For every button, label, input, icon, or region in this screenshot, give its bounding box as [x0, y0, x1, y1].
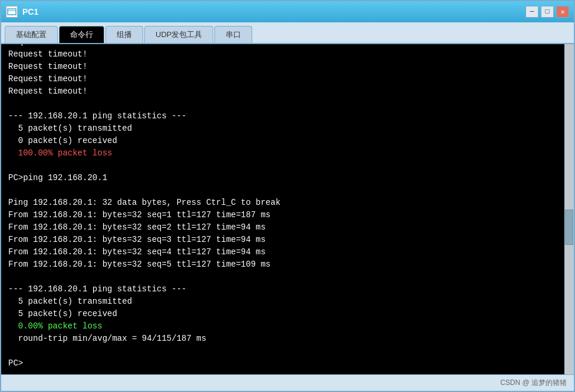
terminal-line: 5 packet(s) transmitted [8, 295, 557, 308]
terminal-line: 0.00% packet loss [8, 320, 557, 333]
scrollbar-thumb[interactable] [565, 210, 573, 245]
maximize-button[interactable]: □ [541, 6, 554, 18]
terminal-line: 5 packet(s) transmitted [8, 122, 557, 135]
terminal-line: 5 packet(s) received [8, 308, 557, 320]
tab-bar: 基础配置 命令行 组播 UDP发包工具 串口 [1, 22, 574, 44]
terminal-line: PC>ping 192.168.20.1 [8, 172, 557, 184]
bottom-bar: CSDN @ 追梦的猪猪 [1, 374, 574, 391]
svg-point-2 [11, 14, 12, 15]
terminal-content[interactable]: Request timeout!Request timeout!Request … [1, 44, 564, 374]
close-button[interactable]: ✕ [556, 6, 569, 18]
terminal-line [8, 345, 557, 357]
terminal-line: Request timeout! [8, 48, 557, 61]
terminal-line: Ping 192.168.20.1: 32 data bytes, Press … [8, 197, 557, 209]
terminal-line: --- 192.168.20.1 ping statistics --- [8, 110, 557, 122]
terminal-line [8, 184, 557, 197]
title-bar-left: PC1 [6, 6, 38, 18]
terminal-line: Request timeout! [8, 73, 557, 85]
tab-basic[interactable]: 基础配置 [5, 26, 58, 43]
tab-serial[interactable]: 串口 [214, 26, 252, 43]
terminal-line: PC> [8, 357, 557, 370]
window-icon [6, 6, 18, 18]
window-title: PC1 [22, 7, 38, 16]
title-buttons: — □ ✕ [526, 6, 569, 18]
terminal-line: From 192.168.20.1: bytes=32 seq=4 ttl=12… [8, 246, 557, 258]
tab-group[interactable]: 组播 [105, 26, 143, 43]
terminal-line: 0 packet(s) received [8, 135, 557, 147]
terminal-line [8, 160, 557, 172]
terminal-line: Request timeout! [8, 44, 557, 48]
terminal-line: 100.00% packet loss [8, 147, 557, 160]
scrollbar-track[interactable] [564, 44, 574, 374]
tab-cmd[interactable]: 命令行 [59, 26, 104, 43]
svg-rect-0 [8, 9, 16, 15]
terminal-line: --- 192.168.20.1 ping statistics --- [8, 283, 557, 295]
terminal-container: Request timeout!Request timeout!Request … [1, 44, 574, 374]
terminal-line: From 192.168.20.1: bytes=32 seq=1 ttl=12… [8, 209, 557, 221]
minimize-button[interactable]: — [526, 6, 538, 18]
terminal-line [8, 271, 557, 283]
terminal-line: From 192.168.20.1: bytes=32 seq=2 ttl=12… [8, 221, 557, 234]
terminal-line: From 192.168.20.1: bytes=32 seq=5 ttl=12… [8, 258, 557, 271]
terminal-line: Request timeout! [8, 61, 557, 73]
main-window: PC1 — □ ✕ 基础配置 命令行 组播 UDP发包工具 串口 Request… [0, 0, 575, 392]
terminal-line: Request timeout! [8, 85, 557, 98]
terminal-line: From 192.168.20.1: bytes=32 seq=3 ttl=12… [8, 234, 557, 246]
title-bar: PC1 — □ ✕ [1, 1, 574, 22]
watermark: CSDN @ 追梦的猪猪 [500, 378, 567, 388]
tab-udp[interactable]: UDP发包工具 [144, 26, 213, 43]
terminal-line: round-trip min/avg/max = 94/115/187 ms [8, 333, 557, 345]
terminal-line [8, 98, 557, 110]
